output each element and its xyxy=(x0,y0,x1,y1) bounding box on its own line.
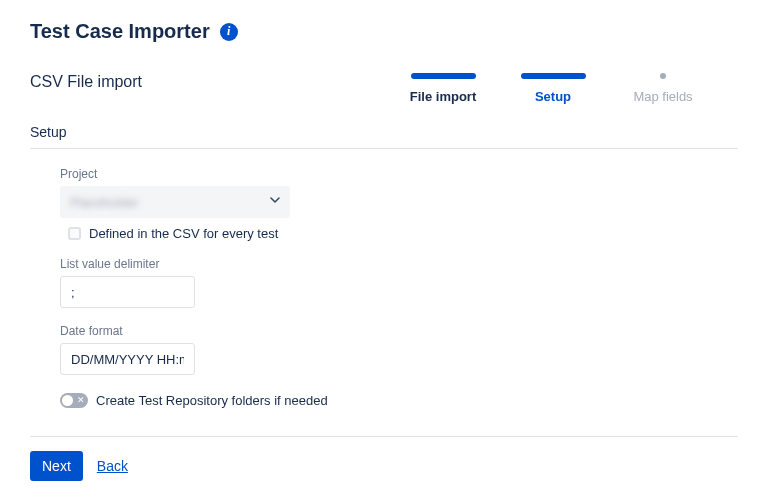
project-select[interactable]: Placeholder xyxy=(60,186,290,218)
page-header: Test Case Importer i xyxy=(30,20,738,43)
section-title: Setup xyxy=(30,124,738,140)
step-label: Setup xyxy=(535,89,571,104)
dateformat-input[interactable] xyxy=(60,343,195,375)
toggle-knob xyxy=(62,395,73,406)
step-indicator-future xyxy=(660,73,666,79)
divider xyxy=(30,148,738,149)
close-icon: ✕ xyxy=(77,396,85,405)
subheader-row: CSV File import File import Setup Map fi… xyxy=(30,73,738,104)
step-indicator-done xyxy=(411,73,476,79)
project-csv-checkbox-row: Defined in the CSV for every test xyxy=(60,226,738,241)
stepper: File import Setup Map fields xyxy=(408,73,738,104)
step-indicator-active xyxy=(521,73,586,79)
form-area: Project Placeholder Defined in the CSV f… xyxy=(30,167,738,408)
next-button[interactable]: Next xyxy=(30,451,83,481)
page-title: Test Case Importer xyxy=(30,20,210,43)
info-icon[interactable]: i xyxy=(220,23,238,41)
delimiter-field-group: List value delimiter xyxy=(60,257,738,308)
dateformat-field-group: Date format xyxy=(60,324,738,375)
project-label: Project xyxy=(60,167,738,181)
dateformat-label: Date format xyxy=(60,324,738,338)
project-select-value: Placeholder xyxy=(70,195,139,210)
step-file-import: File import xyxy=(408,73,478,104)
footer-divider xyxy=(30,436,738,437)
step-map-fields: Map fields xyxy=(628,73,698,104)
subtitle: CSV File import xyxy=(30,73,142,91)
chevron-down-icon xyxy=(270,197,280,207)
create-folders-toggle[interactable]: ✕ xyxy=(60,393,88,408)
delimiter-label: List value delimiter xyxy=(60,257,738,271)
step-label: Map fields xyxy=(633,89,692,104)
back-link[interactable]: Back xyxy=(97,458,128,474)
project-csv-checkbox-label: Defined in the CSV for every test xyxy=(89,226,278,241)
step-setup: Setup xyxy=(518,73,588,104)
project-csv-checkbox[interactable] xyxy=(68,227,81,240)
create-folders-label: Create Test Repository folders if needed xyxy=(96,393,328,408)
step-label: File import xyxy=(410,89,476,104)
delimiter-input[interactable] xyxy=(60,276,195,308)
footer-actions: Next Back xyxy=(30,451,738,481)
project-field-group: Project Placeholder Defined in the CSV f… xyxy=(60,167,738,241)
create-folders-toggle-row: ✕ Create Test Repository folders if need… xyxy=(60,393,738,408)
